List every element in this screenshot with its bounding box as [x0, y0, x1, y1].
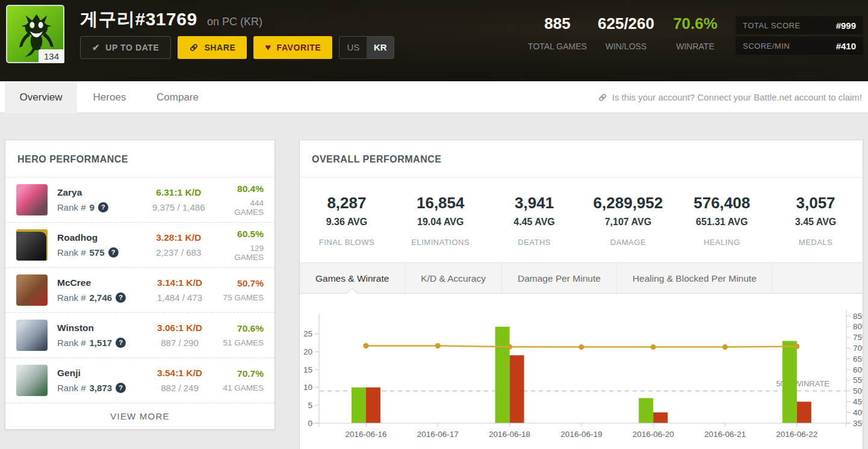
stat-eliminations: 16,854 19.04 AVG ELIMINATIONS	[394, 178, 488, 262]
total-score-row: TOTAL SCORE #999	[736, 16, 863, 34]
kd-detail: 1,484 / 473	[139, 293, 220, 303]
svg-text:2016-06-19: 2016-06-19	[560, 430, 602, 439]
rank-label: Rank #	[57, 202, 86, 212]
hero-name: Zarya	[57, 187, 138, 198]
claim-account-link[interactable]: Is this your account? Connect your Battl…	[598, 81, 862, 113]
region-us[interactable]: US	[339, 37, 367, 58]
hero-winrate: 70.7%	[223, 368, 264, 379]
kd-detail: 882 / 249	[139, 383, 220, 393]
hero-winrate: 50.7%	[223, 278, 264, 289]
kd-ratio: 3.28:1 K/D	[138, 232, 219, 243]
svg-text:80%: 80%	[853, 322, 863, 331]
svg-text:85%: 85%	[853, 312, 863, 321]
overall-stats: 8,287 9.36 AVG FINAL BLOWS 16,854 19.04 …	[300, 178, 863, 262]
player-name: 게구리#31769	[80, 9, 197, 29]
link-icon	[598, 93, 607, 102]
hero-name: Genji	[57, 368, 139, 379]
svg-text:40%: 40%	[853, 408, 863, 417]
rank-value: 9	[90, 202, 95, 212]
kd-ratio: 6.31:1 K/D	[138, 187, 219, 198]
hero-games: 75 GAMES	[223, 293, 264, 302]
hero-winrate: 80.4%	[219, 184, 264, 194]
kd-detail: 887 / 290	[139, 338, 220, 348]
stat-damage: 6,289,952 7,107 AVG DAMAGE	[581, 178, 675, 262]
svg-text:10: 10	[303, 383, 312, 392]
view-more-button[interactable]: VIEW MORE	[5, 403, 274, 429]
svg-text:2016-06-21: 2016-06-21	[704, 430, 746, 439]
chart-tab-damage-per-minute[interactable]: Damage Per Minute	[502, 263, 617, 293]
up-to-date-button[interactable]: ✔ UP TO DATE	[80, 36, 171, 59]
hero-row-roadhog[interactable]: Roadhog Rank #575 ? 3.28:1 K/D 2,237 / 6…	[5, 223, 274, 268]
chart-tabs: Games & Winrate K/D & Accuracy Damage Pe…	[300, 262, 863, 294]
hero-games: 444 GAMES	[219, 199, 264, 217]
region-toggle: US KR	[339, 36, 394, 59]
rank-value: 2,746	[90, 293, 113, 303]
score-box: TOTAL SCORE #999 SCORE/MIN #410	[736, 16, 863, 57]
player-avatar: 134	[6, 5, 64, 63]
hero-row-genji[interactable]: Genji Rank #3,873 ? 3.54:1 K/D 882 / 249…	[5, 358, 274, 403]
link-icon	[189, 43, 199, 52]
kd-detail: 2,237 / 683	[138, 247, 219, 258]
help-icon[interactable]: ?	[116, 293, 126, 303]
svg-text:45%: 45%	[853, 397, 863, 406]
chart-tab-healing-blocked[interactable]: Healing & Blocked Per Minute	[617, 263, 773, 293]
rank-label: Rank #	[57, 293, 86, 303]
help-icon[interactable]: ?	[98, 202, 108, 212]
rank-label: Rank #	[57, 247, 86, 258]
help-icon[interactable]: ?	[116, 338, 126, 348]
hero-row-winston[interactable]: Winston Rank #1,517 ? 3.06:1 K/D 887 / 2…	[5, 313, 274, 358]
favorite-button[interactable]: ♥ FAVORITE	[253, 36, 332, 59]
score-per-min-row: SCORE/MIN #410	[736, 37, 863, 55]
region-kr[interactable]: KR	[367, 37, 394, 58]
hero-name: Winston	[57, 323, 139, 333]
panel-title: OVERALL PERFORMANCE	[300, 140, 863, 178]
hero-portrait	[16, 274, 48, 306]
hero-games: 51 GAMES	[223, 338, 264, 347]
hero-winrate: 70.6%	[223, 323, 264, 334]
stat-healing: 576,408 651.31 AVG HEALING	[675, 178, 769, 262]
svg-text:25: 25	[303, 329, 312, 338]
svg-text:2016-06-18: 2016-06-18	[489, 430, 530, 439]
svg-text:70%: 70%	[853, 344, 863, 353]
platform-label: on PC (KR)	[207, 16, 262, 28]
hero-row-mccree[interactable]: McCree Rank #2,746 ? 3.14:1 K/D 1,484 / …	[5, 268, 274, 313]
hero-performance-panel: HERO PERFORMANCE Zarya Rank #9 ? 6.31:1 …	[5, 140, 275, 430]
svg-text:55%: 55%	[853, 376, 863, 385]
kd-detail: 9,375 / 1,486	[138, 202, 219, 212]
tab-heroes[interactable]: Heroes	[77, 81, 142, 113]
svg-text:50%: 50%	[853, 386, 863, 395]
svg-text:20: 20	[303, 347, 312, 356]
svg-text:35%: 35%	[853, 419, 863, 428]
hero-winrate: 60.5%	[219, 229, 264, 240]
svg-text:5: 5	[308, 401, 312, 410]
rank-label: Rank #	[57, 383, 86, 393]
rank-value: 1,517	[90, 338, 113, 348]
chart-tab-kd-accuracy[interactable]: K/D & Accuracy	[405, 263, 502, 293]
rank-value: 3,873	[90, 383, 113, 393]
main-nav: Overview Heroes Compare Is this your acc…	[0, 81, 868, 113]
hero-name: Roadhog	[57, 232, 138, 243]
hero-portrait	[16, 320, 48, 351]
hero-portrait	[16, 229, 48, 261]
kd-ratio: 3.06:1 K/D	[139, 323, 220, 333]
hero-row-zarya[interactable]: Zarya Rank #9 ? 6.31:1 K/D 9,375 / 1,486…	[5, 178, 274, 223]
svg-text:15: 15	[303, 365, 312, 374]
stat-final-blows: 8,287 9.36 AVG FINAL BLOWS	[300, 178, 394, 262]
help-icon[interactable]: ?	[116, 383, 126, 393]
share-button[interactable]: SHARE	[178, 36, 247, 59]
rank-value: 575	[90, 247, 105, 258]
panel-title: HERO PERFORMANCE	[5, 140, 274, 178]
games-winrate-chart: 50% WINRATE051015202585%80%75%70%65%60%5…	[300, 294, 863, 448]
help-icon[interactable]: ?	[108, 247, 119, 258]
overall-performance-panel: OVERALL PERFORMANCE 8,287 9.36 AVG FINAL…	[299, 140, 863, 449]
hero-portrait	[16, 365, 48, 396]
svg-text:0: 0	[308, 419, 312, 428]
tab-overview[interactable]: Overview	[5, 81, 77, 113]
kd-ratio: 3.14:1 K/D	[139, 277, 220, 288]
svg-text:75%: 75%	[853, 333, 863, 342]
tab-compare[interactable]: Compare	[142, 81, 213, 113]
hero-portrait	[16, 184, 48, 215]
chart-tab-games-winrate[interactable]: Games & Winrate	[300, 263, 405, 293]
stat-winrate: 70.6% WINRATE	[653, 14, 737, 51]
hero-games: 41 GAMES	[223, 383, 264, 392]
